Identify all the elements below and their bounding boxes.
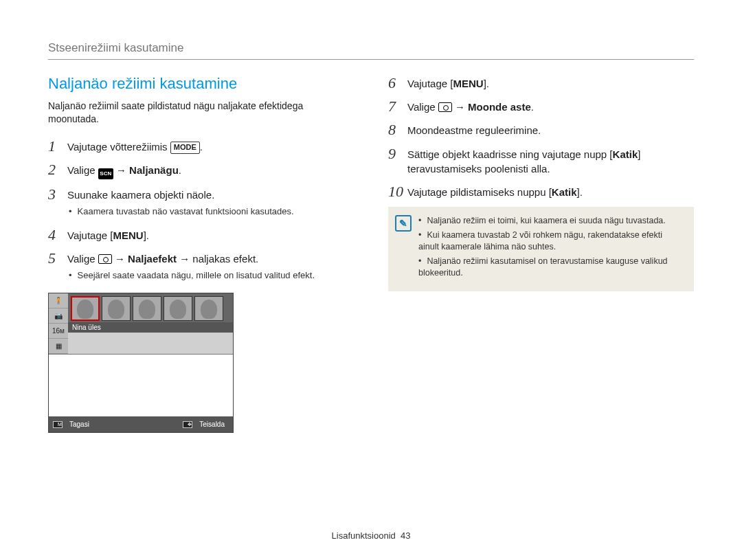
note-item: Naljanäo režiimi kasutamisel on teravust… [418,256,684,279]
left-steps-list: 1Vajutage võtterežiimis MODE.2Valige SCN… [48,138,354,284]
lcd-thumb [164,296,192,321]
step-subitem: Seejärel saate vaadata nägu, millele on … [67,269,354,282]
step-body: Sättige objekt kaadrisse ning vajutage n… [407,146,694,177]
menu-tiny-icon: M [53,421,63,428]
note-icon: ✎ [395,215,412,232]
right-column: 6Vajutage [MENU].7Valige → Moonde aste.8… [388,75,694,433]
nav-tiny-icon: ✥ [183,421,192,428]
bold-text: Naljaefekt [128,253,177,265]
left-column: Naljanäo režiimi kasutamine Naljanäo rež… [48,75,354,433]
step-item: 2Valige SCN → Naljanägu. [48,161,354,179]
lcd-side-icon: ▦ [49,339,68,354]
lcd-back-label: Tagasi [65,418,93,430]
step-item: 5Valige → Naljaefekt → naljakas efekt.Se… [48,250,354,284]
bold-text: Moonde aste [468,101,531,113]
menu-label: MENU [113,229,143,241]
note-list: Naljanäo režiim ei toimi, kui kaamera ei… [418,215,684,281]
note-item: Kui kaamera tuvastab 2 või rohkem nägu, … [418,229,684,253]
step-sublist: Kaamera tuvastab näo vastavat funktsioon… [67,205,354,219]
page-footer: Lisafunktsioonid 43 [0,530,742,541]
camera-lcd-mock: 🧍 📷 16м ▦ Nina üles [48,293,234,433]
step-sublist: Seejärel saate vaadata nägu, millele on … [67,269,354,282]
lcd-thumb [133,296,161,321]
lcd-move-label: Teisalda [195,418,229,430]
step-item: 4Vajutage [MENU]. [48,227,354,243]
lcd-thumb [102,296,131,321]
step-number: 9 [388,146,407,162]
scene-icon: SCN [98,168,113,179]
step-text: Valige → Naljaefekt → naljakas efekt. [67,251,354,267]
lcd-footer: MTagasi ✥Teisalda [49,416,233,432]
camera-icon [98,254,112,264]
lcd-side-icon: 🧍 [49,293,68,309]
step-body: Valige SCN → Naljanägu. [67,161,354,179]
step-text: Vajutage võtterežiimis MODE. [67,139,354,155]
step-number: 2 [48,161,67,178]
step-item: 1Vajutage võtterežiimis MODE. [48,138,354,155]
menu-label: MENU [453,78,483,89]
divider [48,59,694,60]
step-number: 4 [48,227,67,243]
lcd-thumbs [68,293,233,322]
step-text: Suunake kaamera objekti näole. [67,188,354,203]
step-text: Sättige objekt kaadrisse ning vajutage n… [407,147,694,177]
step-body: Suunake kaamera objekti näole.Kaamera tu… [67,186,354,220]
step-body: Vajutage [MENU]. [407,75,694,91]
bold-text: Katik [552,186,577,198]
lcd-body [49,355,233,416]
step-number: 1 [48,138,67,155]
step-number: 3 [48,186,67,203]
step-subitem: Kaamera tuvastab näo vastavat funktsioon… [67,205,354,219]
step-number: 10 [388,183,407,200]
lcd-side-icon: 16м [49,324,68,339]
step-text: Vajutage pildistamiseks nuppu [Katik]. [407,185,694,200]
camera-icon [438,102,452,112]
step-body: Vajutage pildistamiseks nuppu [Katik]. [407,183,694,200]
note-item: Naljanäo režiim ei toimi, kui kaamera ei… [418,215,684,227]
footer-page: 43 [401,530,410,541]
step-text: Moondeastme reguleerimine. [407,123,694,138]
section-label: Stseenirežiimi kasutamine [48,41,694,55]
lcd-side-icon: 📷 [49,309,68,324]
note-box: ✎ Naljanäo režiim ei toimi, kui kaamera … [388,207,694,291]
step-item: 6Vajutage [MENU]. [388,75,694,91]
arrow-icon: → [455,101,465,113]
step-body: Valige → Naljaefekt → naljakas efekt.See… [67,250,354,284]
right-steps-list: 6Vajutage [MENU].7Valige → Moonde aste.8… [388,75,694,200]
bold-text: Katik [613,148,638,160]
arrow-icon: → [116,164,126,176]
step-body: Vajutage [MENU]. [67,227,354,243]
step-text: Vajutage [MENU]. [407,76,694,91]
step-item: 7Valige → Moonde aste. [388,98,694,115]
step-body: Moondeastme reguleerimine. [407,122,694,138]
step-item: 9Sättige objekt kaadrisse ning vajutage … [388,146,694,177]
step-number: 6 [388,75,407,91]
mode-icon: MODE [170,142,200,154]
step-item: 3Suunake kaamera objekti näole.Kaamera t… [48,186,354,220]
intro-text: Naljanäo režiimil saate pildistatud nägu… [48,100,354,126]
footer-label: Lisafunktsioonid [332,530,396,541]
step-body: Vajutage võtterežiimis MODE. [67,138,354,155]
step-body: Valige → Moonde aste. [407,98,694,115]
step-number: 7 [388,98,407,115]
subheading: Naljanäo režiimi kasutamine [48,75,354,93]
step-item: 10Vajutage pildistamiseks nuppu [Katik]. [388,183,694,200]
arrow-icon: → [179,253,190,265]
step-text: Valige → Moonde aste. [407,100,694,115]
step-number: 8 [388,122,407,138]
bold-text: Naljanägu [129,164,179,176]
lcd-thumb [194,296,223,321]
step-text: Valige SCN → Naljanägu. [67,163,354,179]
step-text: Vajutage [MENU]. [67,228,354,243]
lcd-caption: Nina üles [68,322,233,333]
arrow-icon: → [115,253,125,265]
step-number: 5 [48,250,67,267]
lcd-thumb [71,296,100,321]
step-item: 8Moondeastme reguleerimine. [388,122,694,138]
